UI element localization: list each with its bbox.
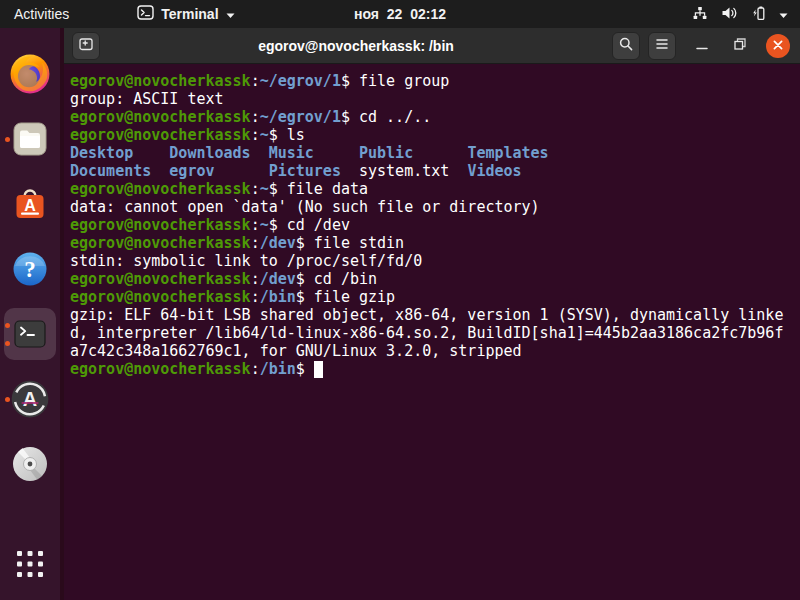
- caret-down-icon: [779, 6, 788, 22]
- top-bar: Activities Terminal ноя 22 02:12: [0, 0, 800, 28]
- battery-charging-icon: [751, 5, 766, 24]
- volume-icon: [721, 5, 738, 24]
- activities-button[interactable]: Activities: [0, 0, 83, 28]
- dock-item-terminal[interactable]: [0, 310, 60, 358]
- running-indicator-dot: [5, 323, 10, 328]
- window-title: egorov@novocherkassk: /bin: [108, 38, 604, 54]
- terminal-mini-icon: [137, 5, 154, 23]
- menu-button[interactable]: [648, 32, 676, 60]
- dock-item-help[interactable]: ?: [0, 245, 60, 293]
- caret-down-icon: [226, 6, 235, 22]
- cd-disc-icon: [10, 444, 50, 484]
- terminal-window: egorov@novocherkassk: /bin ego: [64, 28, 800, 600]
- top-bar-left: Activities Terminal: [0, 0, 249, 28]
- search-icon: [618, 36, 634, 56]
- system-status-area[interactable]: [680, 0, 800, 28]
- dock-item-show-applications[interactable]: [0, 540, 60, 588]
- title-bar[interactable]: egorov@novocherkassk: /bin: [64, 28, 800, 64]
- hamburger-icon: [654, 37, 670, 55]
- app-a-icon: A: [9, 378, 51, 420]
- show-applications-icon: [12, 546, 48, 582]
- help-icon: ?: [10, 249, 50, 289]
- terminal-icon: [10, 314, 50, 354]
- svg-text:?: ?: [24, 257, 36, 282]
- network-wired-icon: [692, 5, 708, 24]
- dock-item-app-a[interactable]: A: [0, 375, 60, 423]
- dock-item-files[interactable]: [0, 115, 60, 163]
- close-icon: [772, 37, 784, 55]
- minimize-button[interactable]: [690, 34, 714, 58]
- app-menu-label: Terminal: [161, 6, 218, 22]
- new-tab-icon: [78, 36, 94, 56]
- running-indicator-dot: [5, 137, 10, 142]
- restore-icon: [733, 37, 747, 55]
- running-indicator-dot: [5, 397, 10, 402]
- dock-item-ubuntu-software[interactable]: A: [0, 180, 60, 228]
- search-button[interactable]: [612, 32, 640, 60]
- firefox-icon: [9, 53, 51, 95]
- svg-text:A: A: [23, 388, 37, 410]
- running-indicator-dot: [5, 341, 10, 346]
- app-menu-button[interactable]: Terminal: [123, 0, 248, 28]
- dock-item-cd-disc[interactable]: [0, 440, 60, 488]
- ubuntu-software-icon: A: [10, 184, 50, 224]
- close-button[interactable]: [766, 34, 790, 58]
- files-icon: [10, 119, 50, 159]
- svg-text:A: A: [24, 197, 36, 214]
- restore-button[interactable]: [728, 34, 752, 58]
- terminal-output[interactable]: egorov@novocherkassk:~/egrov/1$ file gro…: [64, 64, 800, 600]
- dock: A ? A: [0, 28, 60, 600]
- dock-item-firefox[interactable]: [0, 50, 60, 98]
- minimize-icon: [695, 37, 709, 55]
- new-tab-button[interactable]: [72, 32, 100, 60]
